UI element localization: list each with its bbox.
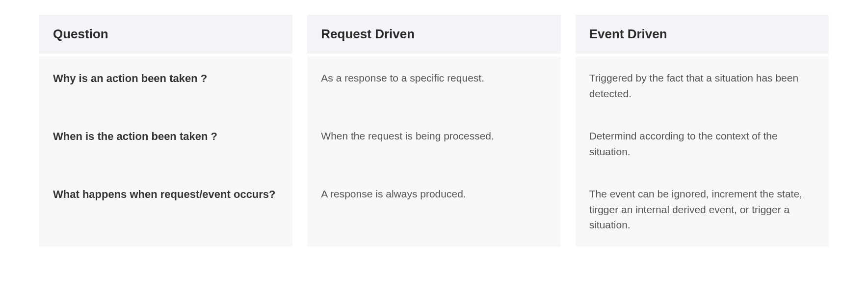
request-driven-row-2: When the request is being processed. <box>321 128 547 163</box>
request-driven-header: Request Driven <box>307 15 560 54</box>
event-driven-row-1: Triggered by the fact that a situation h… <box>589 70 815 105</box>
question-row-1: Why is an action been taken ? <box>53 70 279 105</box>
request-driven-body: As a response to a specific request. Whe… <box>307 56 560 247</box>
question-row-2: When is the action been taken ? <box>53 128 279 163</box>
event-driven-row-3: The event can be ignored, increment the … <box>589 186 815 233</box>
question-row-3: What happens when request/event occurs? <box>53 186 279 221</box>
event-driven-column: Event Driven Triggered by the fact that … <box>576 15 829 247</box>
question-column: Question Why is an action been taken ? W… <box>39 15 292 247</box>
request-driven-row-1: As a response to a specific request. <box>321 70 547 105</box>
event-driven-header: Event Driven <box>576 15 829 54</box>
question-header: Question <box>39 15 292 54</box>
comparison-table: Question Why is an action been taken ? W… <box>39 15 829 247</box>
question-body: Why is an action been taken ? When is th… <box>39 56 292 247</box>
request-driven-row-3: A response is always produced. <box>321 186 547 221</box>
event-driven-row-2: Determind according to the context of th… <box>589 128 815 163</box>
request-driven-column: Request Driven As a response to a specif… <box>307 15 560 247</box>
event-driven-body: Triggered by the fact that a situation h… <box>576 56 829 247</box>
